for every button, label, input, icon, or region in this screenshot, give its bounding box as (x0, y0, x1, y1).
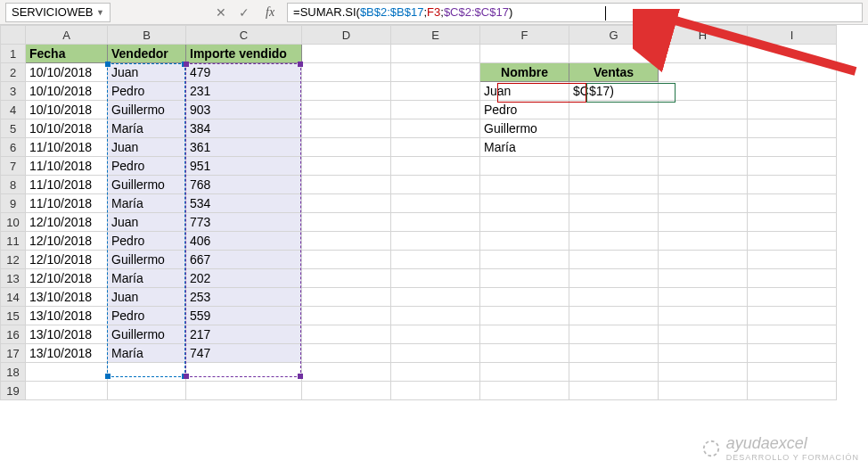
cell-E5[interactable] (391, 119, 480, 138)
cell-E8[interactable] (391, 176, 480, 194)
row-header-18[interactable]: 18 (1, 363, 26, 382)
cell-C17[interactable]: 747 (186, 344, 302, 363)
accept-icon[interactable]: ✓ (239, 5, 250, 20)
cell-D8[interactable] (302, 176, 391, 194)
row-header-14[interactable]: 14 (1, 288, 26, 307)
cell-D16[interactable] (302, 325, 391, 344)
cell-G9[interactable] (569, 194, 659, 213)
cell-G15[interactable] (569, 307, 659, 325)
cell-G10[interactable] (569, 213, 659, 232)
cell-I11[interactable] (748, 232, 837, 251)
cell-H6[interactable] (659, 138, 748, 157)
cell-A13[interactable]: 12/10/2018 (26, 269, 108, 288)
col-header-E[interactable]: E (391, 26, 480, 45)
cell-G13[interactable] (569, 269, 659, 288)
cell-E3[interactable] (391, 82, 480, 101)
cell-I2[interactable] (748, 63, 837, 82)
col-header-F[interactable]: F (480, 26, 569, 45)
cell-E15[interactable] (391, 307, 480, 325)
row-header-5[interactable]: 5 (1, 119, 26, 138)
cell-G3[interactable]: $C$17) (569, 82, 659, 101)
cell-E9[interactable] (391, 194, 480, 213)
cell-E14[interactable] (391, 288, 480, 307)
cell-B15[interactable]: Pedro (108, 307, 186, 325)
col-header-B[interactable]: B (108, 26, 186, 45)
cell-E18[interactable] (391, 363, 480, 382)
row-header-2[interactable]: 2 (1, 63, 26, 82)
cell-I15[interactable] (748, 307, 837, 325)
cell-F9[interactable] (480, 194, 569, 213)
cell-I13[interactable] (748, 269, 837, 288)
cell-C10[interactable]: 773 (186, 213, 302, 232)
cell-B6[interactable]: Juan (108, 138, 186, 157)
cell-B10[interactable]: Juan (108, 213, 186, 232)
cell-F5[interactable]: Guillermo (480, 119, 569, 138)
col-header-G[interactable]: G (569, 26, 659, 45)
cell-C12[interactable]: 667 (186, 251, 302, 269)
cell-B18[interactable] (108, 363, 186, 382)
cell-G8[interactable] (569, 176, 659, 194)
row-header-13[interactable]: 13 (1, 269, 26, 288)
cell-B2[interactable]: Juan (108, 63, 186, 82)
cell-A10[interactable]: 12/10/2018 (26, 213, 108, 232)
cell-I1[interactable] (748, 45, 837, 63)
cell-C13[interactable]: 202 (186, 269, 302, 288)
cell-A15[interactable]: 13/10/2018 (26, 307, 108, 325)
cell-G19[interactable] (569, 382, 659, 400)
cell-B12[interactable]: Guillermo (108, 251, 186, 269)
cell-D14[interactable] (302, 288, 391, 307)
cell-D4[interactable] (302, 101, 391, 119)
cell-I12[interactable] (748, 251, 837, 269)
cell-B11[interactable]: Pedro (108, 232, 186, 251)
cell-I14[interactable] (748, 288, 837, 307)
cell-C4[interactable]: 903 (186, 101, 302, 119)
cell-I18[interactable] (748, 363, 837, 382)
cell-I7[interactable] (748, 157, 837, 176)
cell-C19[interactable] (186, 382, 302, 400)
cell-D17[interactable] (302, 344, 391, 363)
cell-D18[interactable] (302, 363, 391, 382)
cell-E16[interactable] (391, 325, 480, 344)
cell-F13[interactable] (480, 269, 569, 288)
cell-I17[interactable] (748, 344, 837, 363)
cell-H10[interactable] (659, 213, 748, 232)
row-header-12[interactable]: 12 (1, 251, 26, 269)
cell-E10[interactable] (391, 213, 480, 232)
select-all-corner[interactable] (1, 26, 26, 45)
col-header-A[interactable]: A (26, 26, 108, 45)
cell-A16[interactable]: 13/10/2018 (26, 325, 108, 344)
cell-D15[interactable] (302, 307, 391, 325)
cell-D3[interactable] (302, 82, 391, 101)
cell-E13[interactable] (391, 269, 480, 288)
cell-F14[interactable] (480, 288, 569, 307)
cell-D19[interactable] (302, 382, 391, 400)
cell-C18[interactable] (186, 363, 302, 382)
cell-I6[interactable] (748, 138, 837, 157)
cell-C16[interactable]: 217 (186, 325, 302, 344)
row-header-1[interactable]: 1 (1, 45, 26, 63)
cell-G1[interactable] (569, 45, 659, 63)
cell-E17[interactable] (391, 344, 480, 363)
cell-B13[interactable]: María (108, 269, 186, 288)
cell-H3[interactable] (659, 82, 748, 101)
cell-F15[interactable] (480, 307, 569, 325)
name-box[interactable]: SERVICIOWEB ▼ (5, 3, 111, 22)
cell-A1[interactable]: Fecha (26, 45, 108, 63)
cell-E19[interactable] (391, 382, 480, 400)
cell-B9[interactable]: María (108, 194, 186, 213)
row-header-10[interactable]: 10 (1, 213, 26, 232)
cell-D11[interactable] (302, 232, 391, 251)
cell-F10[interactable] (480, 213, 569, 232)
cell-A5[interactable]: 10/10/2018 (26, 119, 108, 138)
cell-A9[interactable]: 11/10/2018 (26, 194, 108, 213)
cell-D12[interactable] (302, 251, 391, 269)
cell-H15[interactable] (659, 307, 748, 325)
cell-D10[interactable] (302, 213, 391, 232)
cell-F4[interactable]: Pedro (480, 101, 569, 119)
cell-B4[interactable]: Guillermo (108, 101, 186, 119)
cell-B3[interactable]: Pedro (108, 82, 186, 101)
cell-A12[interactable]: 12/10/2018 (26, 251, 108, 269)
cell-H8[interactable] (659, 176, 748, 194)
cell-H9[interactable] (659, 194, 748, 213)
cell-B5[interactable]: María (108, 119, 186, 138)
